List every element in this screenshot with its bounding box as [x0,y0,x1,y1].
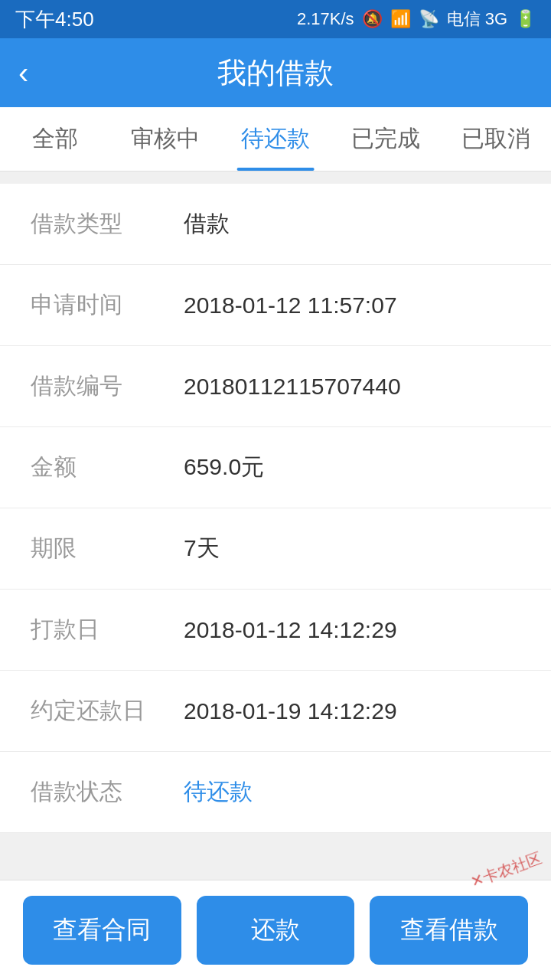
detail-row-1: 申请时间2018-01-12 11:57:07 [0,265,551,346]
detail-value-1: 2018-01-12 11:57:07 [184,292,520,318]
silent-icon: 🔕 [362,9,383,29]
detail-value-6: 2018-01-19 14:12:29 [184,698,520,724]
tab-cancelled[interactable]: 已取消 [441,107,551,171]
status-bar: 下午4:50 2.17K/s 🔕 📶 📡 电信 3G 🔋 [0,0,551,38]
carrier-label: 电信 3G [447,8,507,31]
detail-value-7: 待还款 [184,776,520,808]
detail-row-3: 金额659.0元 [0,427,551,508]
detail-value-2: 20180112115707440 [184,374,520,400]
detail-label-5: 打款日 [31,614,184,645]
status-time: 下午4:50 [15,6,94,33]
detail-content: 借款类型借款申请时间2018-01-12 11:57:07借款编号2018011… [0,184,551,833]
detail-label-3: 金额 [31,452,184,483]
status-right: 2.17K/s 🔕 📶 📡 电信 3G 🔋 [297,8,536,31]
repay-button[interactable]: 还款 [197,896,355,965]
view-loan-button[interactable]: 查看借款 [370,896,528,965]
tab-all[interactable]: 全部 [0,107,110,171]
page-title: 我的借款 [217,54,334,93]
detail-label-6: 约定还款日 [31,695,184,727]
detail-row-0: 借款类型借款 [0,184,551,265]
detail-value-4: 7天 [184,533,520,564]
detail-row-5: 打款日2018-01-12 14:12:29 [0,590,551,671]
detail-row-4: 期限7天 [0,508,551,590]
detail-value-0: 借款 [184,208,520,240]
detail-value-3: 659.0元 [184,452,520,483]
detail-row-2: 借款编号20180112115707440 [0,346,551,427]
detail-value-5: 2018-01-12 14:12:29 [184,617,520,643]
bottom-action-bar: 查看合同还款查看借款 [0,880,551,980]
network-speed: 2.17K/s [297,9,354,29]
detail-row-7: 借款状态待还款 [0,752,551,833]
tab-completed[interactable]: 已完成 [331,107,441,171]
detail-label-0: 借款类型 [31,208,184,240]
detail-label-2: 借款编号 [31,371,184,402]
view-contract-button[interactable]: 查看合同 [23,896,181,965]
tab-bar: 全部审核中待还款已完成已取消 [0,107,551,172]
back-button[interactable]: ‹ [18,57,28,88]
battery-icon: 🔋 [515,9,536,29]
detail-label-4: 期限 [31,533,184,564]
tab-pending[interactable]: 待还款 [220,107,331,171]
detail-label-7: 借款状态 [31,776,184,808]
wifi-icon: 📶 [390,9,411,29]
tab-reviewing[interactable]: 审核中 [110,107,220,171]
detail-row-6: 约定还款日2018-01-19 14:12:29 [0,671,551,752]
header: ‹ 我的借款 [0,38,551,107]
detail-label-1: 申请时间 [31,289,184,321]
signal-icon: 📡 [419,9,439,29]
